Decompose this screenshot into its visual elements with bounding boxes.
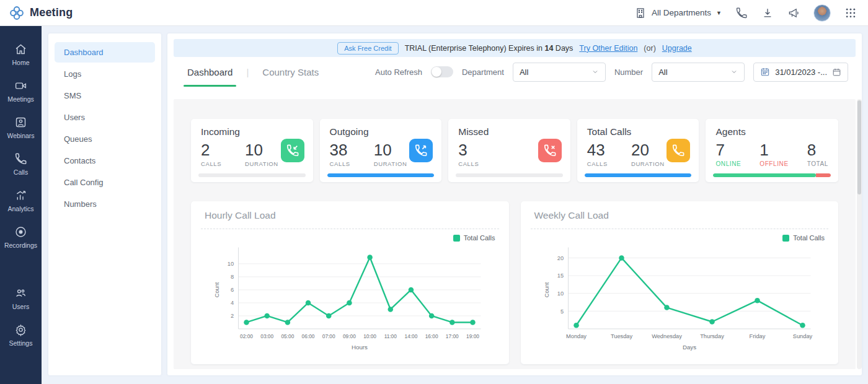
apps-grid-icon[interactable] [844,7,857,19]
calls-caption: CALLS [587,160,608,167]
rail-item-webinars[interactable]: Webinars [0,109,42,146]
trial-banner: Ask Free Credit TRIAL (Enterprise Teleph… [174,39,856,57]
sidebar-item-numbers[interactable]: Numbers [55,194,155,214]
rail-item-meetings[interactable]: Meetings [0,72,42,109]
svg-text:02:00: 02:00 [240,333,253,339]
trial-text: TRIAL (Enterprise Telephony) Expires in … [405,44,574,53]
legend-swatch [453,235,460,242]
calendar-icon [760,67,770,77]
online-caption: ONLINE [715,160,741,167]
card-title: Incoming [201,126,303,137]
rail-item-settings[interactable]: Settings [0,316,42,353]
svg-text:4: 4 [231,300,234,306]
meeting-logo-icon [9,5,25,21]
content-scrollbar[interactable] [857,99,862,369]
main-panel: Ask Free Credit TRIAL (Enterprise Teleph… [167,33,862,375]
legend-swatch [782,235,789,242]
incoming-progress-bar [198,173,306,177]
chart-legend: Total Calls [205,234,495,242]
rail-item-analytics[interactable]: Analytics [0,182,42,219]
record-icon [14,225,27,238]
sidebar-item-dashboard[interactable]: Dashboard [55,42,155,63]
agents-total-value: 8 [807,141,828,159]
dashboard-content: Incoming 2CALLS 10DURATION Outgoing 38CA… [174,99,856,369]
chart-title: Hourly Call Load [205,210,495,221]
date-range-value: 31/01/2023 -... [775,68,827,77]
missed-calls-card: Missed 3CALLS [448,119,570,182]
auto-refresh-toggle[interactable] [431,66,453,77]
scrollbar-thumb[interactable] [857,100,861,194]
divider [531,229,829,229]
rail-label: Meetings [7,95,34,103]
ask-free-credit-button[interactable]: Ask Free Credit [337,42,398,55]
toggle-knob [432,67,441,77]
user-avatar[interactable] [813,4,831,22]
rail-item-calls[interactable]: Calls [0,146,42,182]
trial-days: 14 [544,44,553,53]
rail-label: Calls [14,168,28,176]
svg-text:15: 15 [557,273,563,279]
home-icon [14,43,27,56]
rail-item-home[interactable]: Home [0,36,42,72]
card-title: Outgoing [330,126,432,137]
rail-item-users[interactable]: Users [0,280,42,316]
sidebar-item-call-config[interactable]: Call Config [55,172,155,193]
agents-ratio-bar [713,173,831,177]
sidebar-item-logs[interactable]: Logs [55,64,155,84]
sidebar-item-users[interactable]: Users [55,107,155,128]
number-select[interactable]: All [652,63,745,82]
upgrade-link[interactable]: Upgrade [662,44,692,53]
or-text: (or) [644,44,655,53]
total-calls-card: Total Calls 43CALLS 20DURATION [577,119,699,182]
date-range-picker[interactable]: 31/01/2023 -... [753,63,848,82]
legend-label: Total Calls [464,234,495,242]
svg-text:6: 6 [231,287,234,293]
offline-caption: OFFLINE [760,160,788,167]
rail-item-recordings[interactable]: Recordings [0,219,42,255]
card-title: Missed [458,126,560,137]
calls-caption: CALLS [201,160,221,167]
agents-online-value: 7 [715,141,741,159]
department-select[interactable]: All [513,63,606,82]
incoming-calls-value: 2 [201,141,221,159]
svg-text:07:00: 07:00 [322,333,335,339]
dashboard-toolbar: Dashboard | Country Stats Auto Refresh D… [167,57,862,87]
rail-label: Users [12,303,29,310]
hourly-call-load-card: Hourly Call Load Total Calls 24681002:00… [191,201,509,364]
rail-label: Analytics [7,205,33,212]
svg-text:Count: Count [214,282,220,297]
legend-label: Total Calls [793,234,825,242]
users-icon [14,287,27,300]
download-icon[interactable] [761,7,774,19]
chart-legend: Total Calls [534,234,825,242]
agents-bar-online [713,173,816,177]
missed-calls-value: 3 [458,141,479,159]
svg-text:Days: Days [682,344,696,351]
phone-icon[interactable] [735,7,748,19]
calls-sidebar: Dashboard Logs SMS Users Queues Contacts… [48,33,161,375]
chevron-down-icon [730,68,738,76]
department-scope-selector[interactable]: All Departments ▼ [634,7,722,19]
svg-text:06:00: 06:00 [302,333,315,339]
sidebar-item-contacts[interactable]: Contacts [55,151,155,171]
tab-dashboard[interactable]: Dashboard [184,57,236,87]
duration-caption: DURATION [631,160,665,167]
announcement-icon[interactable] [787,7,800,19]
svg-text:19:00: 19:00 [466,333,479,339]
tab-country-stats[interactable]: Country Stats [259,57,322,87]
department-select-value: All [520,68,528,77]
svg-text:Monday: Monday [566,333,587,339]
sidebar-item-queues[interactable]: Queues [55,129,155,149]
svg-text:Friday: Friday [749,333,765,339]
weekly-call-load-chart: 5101520MondayTuesdayWednesdayThursdayFri… [534,243,825,352]
app-logo: Meeting [9,5,73,21]
svg-text:20: 20 [557,255,563,261]
svg-text:10:00: 10:00 [363,333,376,339]
outgoing-progress-bar [327,173,435,177]
svg-text:8: 8 [231,274,234,280]
video-camera-icon [14,79,27,92]
try-other-edition-link[interactable]: Try Other Edition [579,44,637,53]
sidebar-item-sms[interactable]: SMS [55,85,155,106]
organization-icon [634,7,647,19]
svg-text:Hours: Hours [352,344,368,351]
